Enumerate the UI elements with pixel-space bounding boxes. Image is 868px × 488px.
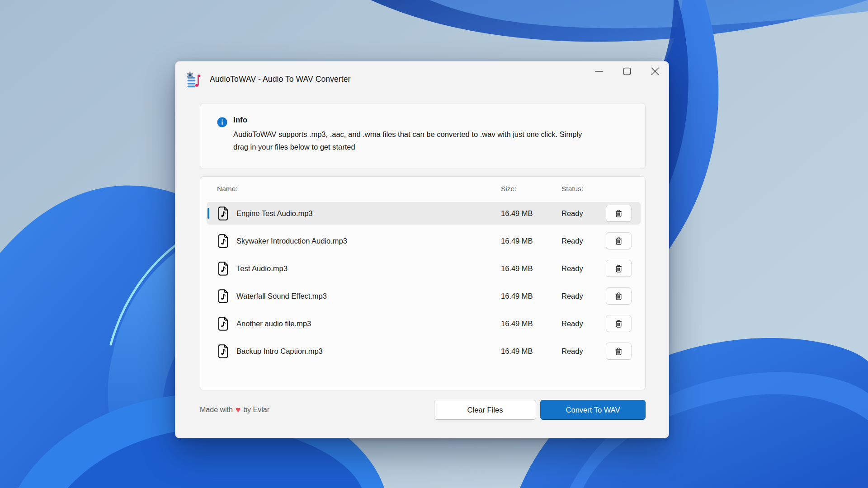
file-row[interactable]: Engine Test Audio.mp3 16.49 MB Ready	[207, 202, 641, 225]
trash-icon	[614, 319, 623, 328]
audio-file-icon	[217, 288, 231, 304]
audio-file-icon	[217, 316, 231, 331]
trash-icon	[614, 291, 623, 301]
maximize-icon	[617, 64, 637, 79]
file-size: 16.49 MB	[501, 237, 561, 245]
convert-to-wav-button[interactable]: Convert To WAV	[540, 400, 646, 420]
audio-file-icon	[217, 233, 231, 249]
info-heading: Info	[233, 116, 590, 125]
file-size: 16.49 MB	[501, 292, 561, 300]
minimize-button[interactable]	[589, 64, 609, 79]
desktop: AudioToWAV - Audio To WAV Converter	[0, 0, 868, 488]
audio-file-icon	[217, 343, 231, 359]
file-row[interactable]: Test Audio.mp3 16.49 MB Ready	[207, 257, 641, 280]
clear-files-button[interactable]: Clear Files	[434, 400, 536, 420]
file-status: Ready	[561, 209, 606, 218]
file-status: Ready	[561, 292, 606, 300]
info-icon	[217, 117, 227, 127]
file-name: Waterfall Sound Effect.mp3	[236, 292, 501, 300]
info-text: Info AudioToWAV supports .mp3, .aac, and…	[233, 116, 590, 153]
info-description: AudioToWAV supports .mp3, .aac, and .wma…	[233, 128, 590, 153]
selection-accent-pill	[208, 208, 209, 219]
file-list-panel: Name: Size: Status: Engine Test	[200, 176, 646, 390]
delete-file-button[interactable]	[606, 343, 632, 360]
heart-icon: ♥	[236, 405, 241, 414]
file-name: Engine Test Audio.mp3	[236, 209, 501, 218]
credit-prefix: Made with	[200, 406, 233, 414]
file-status: Ready	[561, 319, 606, 328]
file-status: Ready	[561, 264, 606, 273]
file-name: Test Audio.mp3	[236, 264, 501, 273]
file-rows: Engine Test Audio.mp3 16.49 MB Ready	[207, 202, 641, 367]
maximize-button[interactable]	[617, 64, 637, 79]
window-title: AudioToWAV - Audio To WAV Converter	[210, 75, 351, 84]
file-row[interactable]: Another audio file.mp3 16.49 MB Ready	[207, 312, 641, 335]
delete-file-button[interactable]	[606, 260, 632, 277]
audio-file-icon	[217, 206, 231, 221]
file-list-header: Name: Size: Status:	[200, 177, 645, 196]
close-icon	[645, 64, 665, 79]
minimize-icon	[589, 64, 609, 79]
column-header-status: Status:	[561, 185, 583, 193]
trash-icon	[614, 236, 623, 246]
window-controls	[589, 64, 665, 79]
trash-icon	[614, 264, 623, 273]
file-row[interactable]: Skywaker Introduction Audio.mp3 16.49 MB…	[207, 230, 641, 252]
credit-suffix: by Evlar	[243, 406, 269, 414]
delete-file-button[interactable]	[606, 205, 632, 222]
delete-file-button[interactable]	[606, 232, 632, 249]
titlebar[interactable]: AudioToWAV - Audio To WAV Converter	[175, 61, 669, 98]
file-size: 16.49 MB	[501, 347, 561, 356]
file-name: Backup Intro Caption.mp3	[236, 347, 501, 356]
file-size: 16.49 MB	[501, 209, 561, 218]
file-status: Ready	[561, 237, 606, 245]
delete-file-button[interactable]	[606, 287, 632, 305]
column-header-size: Size:	[501, 185, 516, 193]
audio-file-icon	[217, 261, 231, 276]
file-size: 16.49 MB	[501, 319, 561, 328]
close-button[interactable]	[645, 64, 665, 79]
credit-line: Made with ♥ by Evlar	[200, 406, 434, 414]
app-window: AudioToWAV - Audio To WAV Converter	[175, 61, 669, 438]
footer: Made with ♥ by Evlar Clear Files Convert…	[200, 400, 646, 420]
file-row[interactable]: Backup Intro Caption.mp3 16.49 MB Ready	[207, 340, 641, 362]
trash-icon	[614, 347, 623, 356]
file-row[interactable]: Waterfall Sound Effect.mp3 16.49 MB Read…	[207, 285, 641, 307]
file-name: Another audio file.mp3	[236, 319, 501, 328]
app-icon	[185, 71, 202, 88]
delete-file-button[interactable]	[606, 315, 632, 332]
info-card: Info AudioToWAV supports .mp3, .aac, and…	[200, 103, 646, 169]
trash-icon	[614, 209, 623, 218]
file-size: 16.49 MB	[501, 264, 561, 273]
file-status: Ready	[561, 347, 606, 356]
column-header-name: Name:	[217, 185, 238, 193]
file-name: Skywaker Introduction Audio.mp3	[236, 237, 501, 245]
